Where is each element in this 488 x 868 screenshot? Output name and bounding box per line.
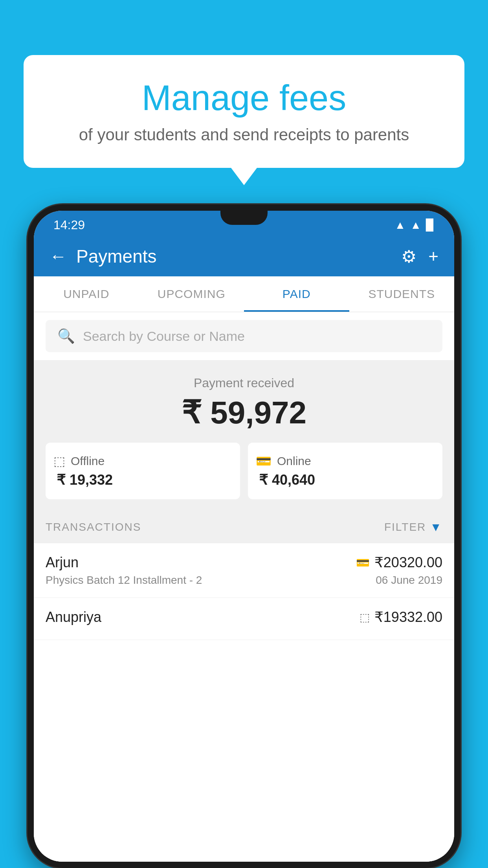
transaction-amount-2: ₹19332.00 (374, 609, 442, 625)
transaction-amount-row: 💳 ₹20320.00 (356, 554, 442, 571)
transaction-row-1-2: Anupriya ⬚ ₹19332.00 (46, 609, 442, 625)
payment-summary: Payment received ₹ 59,972 ⬚ Offline ₹ 19… (34, 360, 454, 511)
tab-upcoming[interactable]: UPCOMING (139, 276, 244, 312)
app-bar-right: ⚙ + (401, 246, 438, 267)
payment-total-amount: ₹ 59,972 (46, 394, 442, 431)
speech-bubble-container: Manage fees of your students and send re… (24, 55, 464, 168)
transactions-header: TRANSACTIONS FILTER ▼ (34, 511, 454, 543)
tabs-container: UNPAID UPCOMING PAID STUDENTS (34, 276, 454, 312)
wifi-icon: ▲ (395, 219, 406, 232)
offline-card-header: ⬚ Offline (53, 454, 232, 469)
online-payment-icon: 💳 (256, 454, 272, 469)
phone-body: 14:29 ▲ ▲ ▉ ← Payments ⚙ + (28, 204, 460, 868)
phone-notch (220, 211, 268, 225)
speech-bubble-title: Manage fees (51, 79, 437, 118)
table-row[interactable]: Arjun 💳 ₹20320.00 Physics Batch 12 Insta… (34, 543, 454, 598)
search-box[interactable]: 🔍 Search by Course or Name (46, 320, 442, 352)
phone-screen: 14:29 ▲ ▲ ▉ ← Payments ⚙ + (34, 211, 454, 862)
transactions-label: TRANSACTIONS (46, 521, 141, 533)
add-icon[interactable]: + (428, 246, 438, 266)
offline-icon: ⬚ (360, 611, 370, 624)
transaction-amount-row-2: ⬚ ₹19332.00 (360, 609, 442, 625)
transaction-date: 06 June 2019 (376, 574, 442, 587)
offline-card: ⬚ Offline ₹ 19,332 (46, 443, 240, 499)
student-name: Arjun (46, 554, 79, 571)
student-name-2: Anupriya (46, 609, 101, 625)
transaction-row-1: Arjun 💳 ₹20320.00 (46, 554, 442, 571)
signal-icon: ▲ (410, 219, 421, 232)
phone-frame: 14:29 ▲ ▲ ▉ ← Payments ⚙ + (28, 204, 460, 868)
settings-icon[interactable]: ⚙ (401, 246, 416, 267)
offline-amount: ₹ 19,332 (53, 472, 232, 488)
search-input[interactable]: Search by Course or Name (83, 329, 245, 344)
speech-bubble-subtitle: of your students and send receipts to pa… (51, 125, 437, 144)
filter-icon: ▼ (430, 520, 442, 534)
status-time: 14:29 (53, 218, 85, 232)
status-icons: ▲ ▲ ▉ (395, 219, 435, 232)
course-name: Physics Batch 12 Installment - 2 (46, 574, 202, 587)
app-bar: ← Payments ⚙ + (34, 236, 454, 276)
app-bar-left: ← Payments (50, 246, 157, 267)
filter-button[interactable]: FILTER ▼ (384, 520, 442, 534)
payment-cards: ⬚ Offline ₹ 19,332 💳 Online ₹ 40,640 (46, 443, 442, 499)
content-area: Payment received ₹ 59,972 ⬚ Offline ₹ 19… (34, 360, 454, 862)
battery-icon: ▉ (426, 219, 435, 232)
online-card-header: 💳 Online (256, 454, 435, 469)
online-icon: 💳 (356, 556, 370, 569)
speech-bubble: Manage fees of your students and send re… (24, 55, 464, 168)
back-button[interactable]: ← (50, 246, 67, 266)
table-row[interactable]: Anupriya ⬚ ₹19332.00 (34, 598, 454, 640)
filter-label: FILTER (384, 521, 426, 533)
online-label: Online (277, 454, 311, 468)
tab-unpaid[interactable]: UNPAID (34, 276, 139, 312)
payment-received-label: Payment received (46, 376, 442, 390)
offline-label: Offline (71, 454, 105, 468)
transaction-amount: ₹20320.00 (374, 554, 442, 571)
online-card: 💳 Online ₹ 40,640 (248, 443, 442, 499)
online-amount: ₹ 40,640 (256, 472, 435, 488)
search-icon: 🔍 (57, 328, 75, 344)
tab-students[interactable]: STUDENTS (349, 276, 455, 312)
offline-payment-icon: ⬚ (53, 454, 65, 469)
transactions-list: Arjun 💳 ₹20320.00 Physics Batch 12 Insta… (34, 543, 454, 862)
app-bar-title: Payments (76, 246, 157, 267)
search-container: 🔍 Search by Course or Name (34, 312, 454, 360)
tab-paid[interactable]: PAID (244, 276, 349, 312)
transaction-row-2: Physics Batch 12 Installment - 2 06 June… (46, 574, 442, 587)
